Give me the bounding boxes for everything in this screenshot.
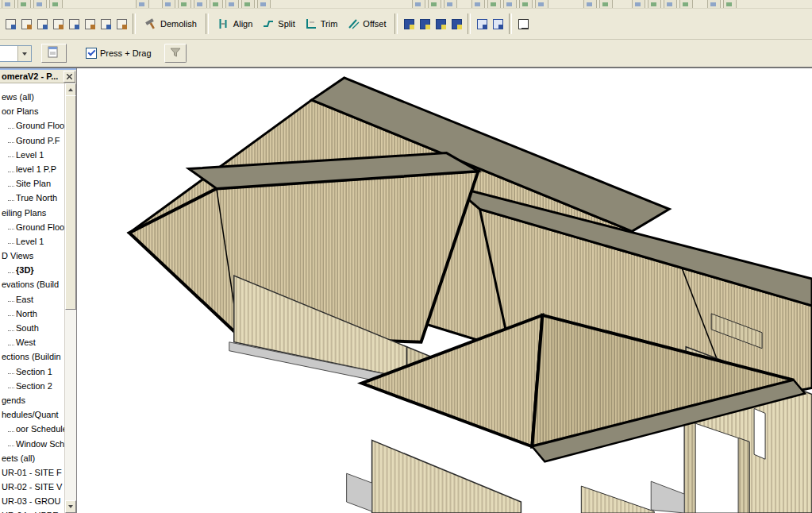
top-toolbar-icon[interactable] xyxy=(2,0,15,9)
model-3d-view[interactable] xyxy=(77,68,812,513)
tree-item[interactable]: North xyxy=(0,307,64,321)
tree-item[interactable]: oor Schedule xyxy=(0,422,64,436)
paint-region-icon[interactable] xyxy=(433,17,448,31)
tree-item[interactable]: West xyxy=(0,335,64,349)
component-icon[interactable] xyxy=(67,17,81,31)
top-toolbar-icon[interactable] xyxy=(535,0,548,9)
project-browser-header[interactable]: omeraV2 - P... xyxy=(0,68,76,83)
tree-item[interactable]: level 1 P.P xyxy=(0,162,64,176)
tree-connector xyxy=(8,428,14,432)
tree-item[interactable]: Level 1 xyxy=(0,234,64,249)
top-toolbar-icon[interactable] xyxy=(162,0,175,9)
tree-item[interactable]: gends xyxy=(0,393,64,407)
linework-icon[interactable] xyxy=(402,17,416,31)
top-toolbar-icon[interactable] xyxy=(519,0,533,9)
top-toolbar-icon[interactable] xyxy=(257,0,271,9)
tree-item-label: oor Schedule xyxy=(16,424,64,434)
tree-item-label: UR-02 - SITE V xyxy=(2,482,62,492)
model-group-icon[interactable] xyxy=(98,17,113,31)
align-label: Align xyxy=(233,19,252,29)
tree-item[interactable]: South xyxy=(0,321,64,335)
split-button[interactable]: Split xyxy=(257,14,299,33)
scroll-down-icon[interactable] xyxy=(65,500,76,513)
split-face-icon[interactable] xyxy=(449,17,464,31)
top-toolbar-icon[interactable] xyxy=(33,0,47,9)
edit-wall-joins-icon[interactable] xyxy=(491,17,505,31)
top-toolbar-icon[interactable] xyxy=(599,0,613,9)
top-toolbar-icon[interactable] xyxy=(707,0,721,9)
top-toolbar-icon[interactable] xyxy=(471,0,485,9)
tree-item[interactable]: UR-03 - GROU xyxy=(0,494,64,508)
tree-item[interactable]: D Views xyxy=(0,249,64,263)
top-toolbar-icon[interactable] xyxy=(210,0,223,9)
properties-button[interactable] xyxy=(41,44,67,63)
top-toolbar-icon[interactable] xyxy=(679,0,693,9)
window-icon[interactable] xyxy=(51,17,65,31)
tree-item[interactable]: oor Plans xyxy=(0,104,64,118)
close-icon[interactable] xyxy=(63,71,75,83)
tree-item[interactable]: Site Plan xyxy=(0,176,64,191)
tree-item[interactable]: True North xyxy=(0,191,64,205)
top-toolbar-icon[interactable] xyxy=(194,0,207,9)
tree-item[interactable]: eets (all) xyxy=(0,451,64,465)
tree-item[interactable]: Window Schedu xyxy=(0,437,64,451)
tree-item[interactable]: Level 1 xyxy=(0,148,64,162)
align-button[interactable]: Align xyxy=(213,14,257,33)
tree-item[interactable]: Section 2 xyxy=(0,379,64,393)
tree-item[interactable]: hedules/Quant xyxy=(0,407,64,422)
chevron-down-icon[interactable] xyxy=(17,46,31,61)
top-toolbar-icon[interactable] xyxy=(487,0,501,9)
top-toolbar-icon[interactable] xyxy=(136,0,149,9)
top-toolbar-icon[interactable] xyxy=(428,0,441,9)
top-toolbar-icon[interactable] xyxy=(444,0,457,9)
top-toolbar-icon[interactable] xyxy=(241,0,255,9)
scroll-thumb[interactable] xyxy=(65,95,76,310)
top-toolbar-icon[interactable] xyxy=(648,0,661,9)
top-toolbar-icon[interactable] xyxy=(178,0,191,9)
tree-connector xyxy=(8,226,14,230)
top-toolbar-icon[interactable] xyxy=(17,0,31,9)
cut-profile-icon[interactable] xyxy=(418,17,432,31)
array-icon[interactable] xyxy=(114,17,129,31)
top-toolbar-icon[interactable] xyxy=(503,0,517,9)
tree-item[interactable]: evations (Build xyxy=(0,277,64,291)
offset-button[interactable]: Offset xyxy=(342,14,391,33)
toolbar-separator xyxy=(394,14,398,34)
demolish-button[interactable]: Demolish xyxy=(140,14,202,33)
tree-item-label: level 1 P.P xyxy=(16,164,56,174)
tree-item[interactable]: Ground Floo xyxy=(0,220,64,234)
top-toolbar-icon[interactable] xyxy=(723,0,737,9)
top-toolbar-icon[interactable] xyxy=(49,0,63,9)
tree-item[interactable]: Ground P.F xyxy=(0,133,64,148)
filter-button[interactable] xyxy=(164,44,187,63)
tree-item[interactable]: ews (all) xyxy=(0,90,64,104)
modify-icon[interactable] xyxy=(3,17,17,31)
scroll-up-icon[interactable] xyxy=(65,83,76,96)
join-geometry-icon[interactable] xyxy=(475,17,489,31)
tree-item[interactable]: UR-02 - SITE V xyxy=(0,480,64,494)
top-toolbar-icon[interactable] xyxy=(225,0,239,9)
tree-item[interactable]: ections (Buildin xyxy=(0,349,64,364)
tree-item[interactable]: eiling Plans xyxy=(0,206,64,220)
trim-button[interactable]: Trim xyxy=(300,14,343,33)
measure-icon[interactable] xyxy=(516,17,530,31)
press-drag-label[interactable]: Press + Drag xyxy=(100,48,152,58)
top-toolbar-icon[interactable] xyxy=(632,0,645,9)
wall-front[interactable] xyxy=(347,440,655,513)
top-toolbar-icon[interactable] xyxy=(664,0,677,9)
door-icon[interactable] xyxy=(35,17,49,31)
type-selector-dropdown[interactable] xyxy=(0,45,32,62)
top-toolbar-icon[interactable] xyxy=(583,0,597,9)
paint-bucket-icon[interactable] xyxy=(83,17,97,31)
drawing-canvas[interactable] xyxy=(77,68,812,513)
tree-item[interactable]: UR-01 - SITE F xyxy=(0,465,64,480)
scrollbar[interactable] xyxy=(64,83,76,513)
press-drag-checkbox[interactable] xyxy=(86,48,97,59)
tree-item[interactable]: {3D} xyxy=(0,263,64,277)
tree-item[interactable]: Section 1 xyxy=(0,364,64,379)
sketch-icon[interactable] xyxy=(19,17,33,31)
tree-item[interactable]: UR-04 - UPPE xyxy=(0,508,64,513)
tree-item[interactable]: Ground Floo xyxy=(0,118,64,133)
tree-item[interactable]: East xyxy=(0,292,64,307)
top-toolbar-icon[interactable] xyxy=(412,0,425,9)
